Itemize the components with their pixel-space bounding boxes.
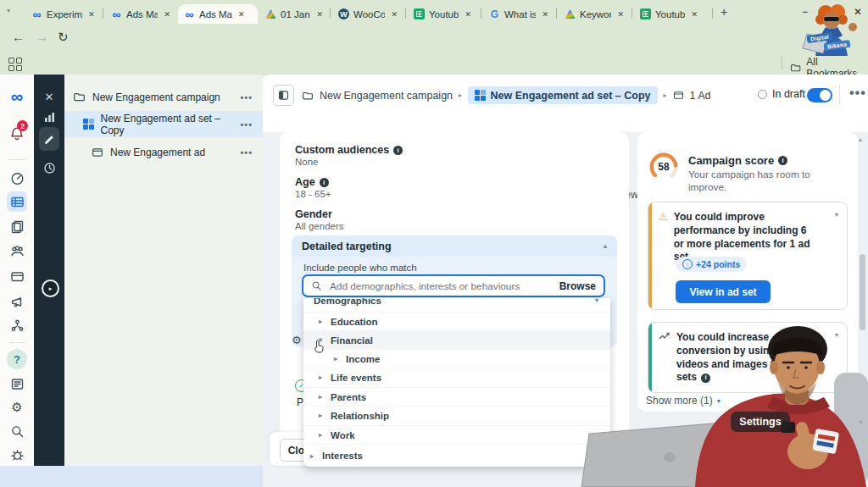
chevron-right-icon: ▸ [310,452,314,460]
meta-logo-icon[interactable]: ∞ [7,86,27,107]
more-options-icon[interactable]: ••• [240,147,253,158]
chevron-down-icon[interactable]: ▾ [835,211,838,219]
info-icon[interactable] [778,156,787,165]
mouse-cursor-hand [312,339,326,354]
settings-gear-icon[interactable]: ⚙ [7,397,27,418]
draft-status: In draft [758,88,805,100]
breadcrumb-adset-selected[interactable]: New Engagement ad set – Copy [468,86,657,104]
browser-tab[interactable]: Youtub ✕ [634,4,709,24]
collapse-sidebar-button[interactable] [273,85,294,106]
tab-close-icon[interactable]: ✕ [465,10,471,19]
tab-close-icon[interactable]: ✕ [164,10,170,19]
tree-item-label: New Engagement ad [110,147,205,158]
sheets-icon [640,8,651,19]
adset-grid-icon [475,90,486,101]
account-overview-icon[interactable] [7,168,27,188]
campaigns-icon[interactable] [7,191,27,212]
more-options-icon[interactable]: ••• [240,92,253,102]
tab-close-icon[interactable]: ✕ [238,10,245,19]
tree-item-adset-selected[interactable]: New Engagement ad set – Copy ••• [64,111,263,137]
tab-label: 01 Jan 2 [281,9,310,19]
close-editor-icon[interactable]: ✕ [39,86,59,107]
tab-label: Keywor [580,9,611,19]
google-icon: G [489,8,500,19]
breadcrumb-campaign[interactable]: New Engagement campaign [320,90,453,102]
browser-tab[interactable]: W WooCo ✕ [332,4,403,24]
forward-icon[interactable]: → [36,30,48,44]
browser-tab[interactable]: G What is ✕ [483,4,554,24]
tab-label: Ads Ma [199,9,232,19]
back-icon[interactable]: ← [12,30,25,44]
tab-close-icon[interactable]: ✕ [391,10,398,19]
header-more-options-icon[interactable]: ••• [849,86,866,101]
score-subtitle: Your campaign has room to improve. [688,169,824,195]
scroll-up-icon[interactable]: ▴ [859,136,862,143]
side-panel-toggle-icon [278,90,289,101]
assets-icon[interactable] [7,315,27,335]
custom-audiences-label: Custom audiences [295,144,403,156]
ads-reporting-icon[interactable] [7,216,27,236]
view-in-ad-set-button[interactable]: View in ad set [676,280,771,303]
browse-link[interactable]: Browse [559,280,596,292]
search-icon[interactable] [7,421,27,441]
info-icon[interactable] [320,178,329,187]
campaign-tree-panel: New Engagement campaign ••• New Engageme… [64,75,263,466]
apps-grid-icon[interactable] [8,58,22,71]
ad-icon [92,147,103,158]
collapse-chevron-icon[interactable]: ▴ [604,242,607,250]
points-badge: ↑ +24 points [676,257,747,272]
targeting-search-input[interactable] [328,279,554,293]
billing-icon[interactable] [7,266,27,286]
tree-item-campaign[interactable]: New Engagement campaign ••• [64,84,263,110]
detailed-targeting-header[interactable]: Detailed targeting ▴ [292,235,617,257]
drive-icon [265,8,276,19]
folder-icon [302,90,314,102]
breadcrumb-ads[interactable]: 1 Ad [690,90,711,102]
tab-close-icon[interactable]: ✕ [88,10,95,19]
tree-item-ad[interactable]: New Engagement ad ••• [64,139,263,165]
meta-icon: ∞ [184,8,195,19]
bottom-strip [0,466,263,487]
reload-icon[interactable]: ↻ [58,30,69,45]
edit-pencil-icon[interactable] [39,127,59,151]
browser-tab[interactable]: ∞ Ads Ma ✕ [105,4,176,24]
tab-close-icon[interactable]: ✕ [316,10,323,19]
settings-caption: Settings [731,412,790,432]
tab-close-icon[interactable]: ✕ [542,10,548,19]
tab-label: Youtub [429,9,459,19]
tab-close-icon[interactable]: ✕ [691,10,698,19]
suggestion-card-placements[interactable]: ⚠ You could improve performance by inclu… [648,202,848,310]
help-icon[interactable]: ? [7,349,27,369]
browser-tab[interactable]: Youtub ✕ [408,4,479,24]
dropdown-item-demographics[interactable]: Demographics ▾ [303,298,610,311]
news-icon[interactable] [7,374,27,394]
advantage-gear-icon[interactable]: ⚙ [292,334,302,346]
chevron-right-icon: ▸ [319,412,322,419]
report-bug-icon[interactable] [7,445,27,465]
audiences-icon[interactable] [7,241,27,261]
tab-label: WooCo [353,9,385,19]
browser-tab-active[interactable]: ∞ Ads Ma ✕ [178,4,258,24]
tab-close-icon[interactable]: ✕ [617,10,624,19]
custom-audiences-value: None [295,157,319,167]
charts-icon[interactable] [39,107,59,127]
info-icon[interactable] [393,146,403,155]
editor-dark-rail: ✕ ▸ [34,75,64,466]
folder-icon [790,62,801,74]
browser-tab[interactable]: 01 Jan 2 ✕ [259,4,329,24]
scroll-down-icon[interactable]: ▾ [859,418,862,426]
age-label: Age [295,176,329,188]
more-options-icon[interactable]: ••• [240,119,253,130]
history-clock-icon[interactable] [39,158,59,178]
notifications-bell-icon[interactable]: 2 [7,124,27,144]
tab-search-chevron-icon[interactable]: ▾ [7,7,10,14]
google-ads-icon [565,8,576,19]
targeting-search-box[interactable]: Browse [302,274,605,297]
expand-panel-icon[interactable]: ▸ [42,279,59,297]
adset-active-toggle[interactable] [807,88,832,102]
browser-tab[interactable]: Keywor ✕ [559,4,630,24]
ads-manager-megaphone-icon[interactable] [7,291,27,312]
chevron-right-icon: ▸ [334,355,337,362]
new-tab-button[interactable]: + [721,5,727,19]
browser-tab[interactable]: ∞ Experim ✕ [25,4,101,24]
